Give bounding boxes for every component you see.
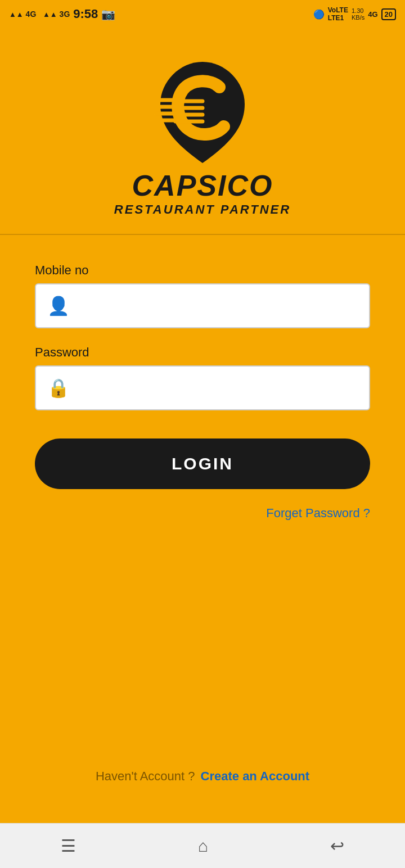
register-row: Haven't Account ? Create an Account: [35, 769, 370, 806]
status-bar: ▲▲ 4G ▲▲ 3G 9:58 📷 🔵 VoLTELTE1 1.30KB/s …: [0, 0, 405, 28]
app-logo: [146, 45, 259, 169]
no-account-text: Haven't Account ?: [96, 769, 195, 784]
status-time: 9:58: [73, 7, 98, 21]
form-section: Mobile no 👤 Password 🔒 LOGIN Forget Pass…: [0, 235, 405, 823]
password-input[interactable]: [78, 381, 358, 395]
menu-icon[interactable]: ☰: [61, 836, 76, 856]
back-icon[interactable]: ↩: [330, 836, 344, 856]
bottom-nav: ☰ ⌂ ↩: [0, 823, 405, 868]
signal-icons: ▲▲ 4G ▲▲ 3G: [9, 10, 70, 19]
create-account-link[interactable]: Create an Account: [201, 769, 310, 784]
speed-label: 1.30KB/s: [352, 7, 364, 21]
password-input-wrapper[interactable]: 🔒: [35, 365, 370, 410]
app-subtitle: RESTAURANT PARTNER: [114, 202, 291, 217]
mobile-input[interactable]: [78, 299, 358, 313]
status-right: 🔵 VoLTELTE1 1.30KB/s 4G 20: [313, 6, 396, 22]
login-button[interactable]: LOGIN: [35, 438, 370, 489]
volte-label: VoLTELTE1: [328, 6, 348, 22]
camera-icon: 📷: [101, 7, 115, 21]
lock-icon: 🔒: [47, 377, 70, 399]
password-label: Password: [35, 345, 370, 360]
home-icon[interactable]: ⌂: [198, 837, 208, 856]
person-icon: 👤: [47, 295, 70, 317]
bluetooth-icon: 🔵: [313, 9, 325, 20]
mobile-input-wrapper[interactable]: 👤: [35, 283, 370, 328]
forget-password-link[interactable]: Forget Password ?: [35, 506, 370, 521]
app-name: CAPSICO: [132, 169, 273, 202]
status-left: ▲▲ 4G ▲▲ 3G 9:58 📷: [9, 7, 115, 21]
mobile-label: Mobile no: [35, 263, 370, 278]
logo-section: CAPSICO RESTAURANT PARTNER: [0, 28, 405, 234]
battery-indicator: 20: [381, 8, 396, 20]
network-4g: 4G: [368, 10, 377, 19]
